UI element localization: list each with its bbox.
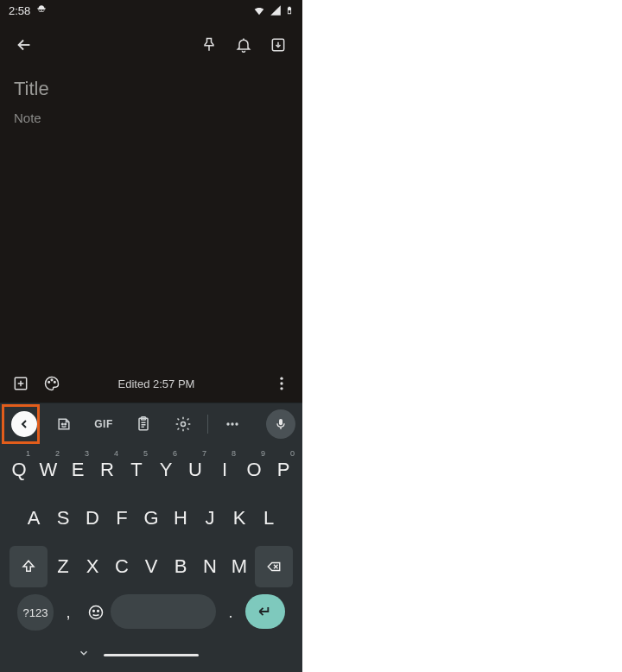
period-key[interactable]: . (218, 594, 244, 631)
svg-point-14 (231, 422, 233, 425)
letter-key-b[interactable]: B (167, 546, 194, 587)
phone-frame: 2:58 (0, 0, 302, 672)
backspace-key[interactable] (255, 546, 293, 587)
letter-key-v[interactable]: V (137, 546, 165, 587)
status-bar: 2:58 (0, 0, 302, 21)
body-input[interactable] (14, 111, 289, 125)
letter-key-s[interactable]: S (49, 498, 77, 539)
toolbar-divider (207, 415, 208, 434)
letter-key-q[interactable]: Q1 (5, 449, 33, 491)
svg-point-13 (226, 422, 229, 425)
more-options-button[interactable] (266, 368, 297, 399)
letter-key-t[interactable]: T5 (123, 449, 150, 491)
keyboard-collapse-button[interactable] (5, 405, 43, 443)
note-editor (0, 69, 302, 365)
letter-key-o[interactable]: O9 (240, 449, 268, 491)
battery-icon (285, 3, 294, 17)
back-button[interactable] (7, 28, 41, 62)
letter-key-d[interactable]: D (79, 498, 106, 539)
archive-button[interactable] (261, 28, 295, 62)
letter-key-z[interactable]: Z (49, 546, 77, 587)
letter-key-a[interactable]: A (20, 498, 48, 539)
sticker-button[interactable] (45, 405, 83, 443)
signal-icon (270, 4, 282, 16)
letter-key-h[interactable]: H (167, 498, 194, 539)
svg-point-16 (90, 606, 103, 619)
reminder-button[interactable] (226, 28, 261, 62)
home-gesture-pill[interactable] (104, 654, 199, 656)
letter-key-e[interactable]: E3 (64, 449, 92, 491)
letter-key-i[interactable]: I8 (211, 449, 238, 491)
enter-key[interactable] (245, 594, 285, 629)
comma-key[interactable]: , (55, 594, 81, 631)
space-key[interactable] (111, 594, 216, 629)
letter-key-r[interactable]: R4 (93, 449, 121, 491)
keyboard-toolbar: GIF (0, 403, 302, 444)
svg-point-15 (235, 422, 238, 425)
nav-keyboard-hide-icon[interactable] (78, 647, 90, 662)
status-right (252, 3, 294, 17)
status-left: 2:58 (9, 3, 48, 18)
letter-key-p[interactable]: P0 (270, 449, 297, 491)
incognito-icon (35, 3, 48, 18)
svg-point-7 (280, 387, 282, 390)
letter-key-x[interactable]: X (79, 546, 106, 587)
svg-point-5 (280, 377, 282, 380)
keyboard-rows: Q1W2E3R4T5Y6U7I8O9P0 ASDFGHJKL ZXCVBNM ?… (0, 444, 302, 637)
title-input[interactable] (14, 78, 289, 100)
svg-point-18 (98, 611, 99, 612)
letter-key-j[interactable]: J (196, 498, 224, 539)
settings-button[interactable] (164, 405, 202, 443)
letter-key-c[interactable]: C (108, 546, 136, 587)
svg-point-6 (280, 382, 282, 384)
gif-button[interactable]: GIF (85, 405, 123, 443)
status-time: 2:58 (9, 4, 30, 17)
letter-key-w[interactable]: W2 (35, 449, 62, 491)
letter-key-l[interactable]: L (255, 498, 282, 539)
letter-key-f[interactable]: F (108, 498, 136, 539)
symbols-key[interactable]: ?123 (17, 594, 54, 631)
app-toolbar (0, 21, 302, 69)
wifi-icon (252, 4, 266, 16)
letter-key-y[interactable]: Y6 (152, 449, 180, 491)
emoji-key[interactable] (83, 594, 109, 631)
mic-button[interactable] (266, 409, 295, 439)
letter-key-m[interactable]: M (225, 546, 253, 587)
keyboard-row-3: ZXCVBNM (3, 546, 300, 587)
bottom-app-bar: Edited 2:57 PM (0, 365, 302, 403)
svg-point-12 (181, 422, 186, 426)
svg-point-9 (65, 423, 67, 425)
system-navbar (0, 637, 302, 672)
letter-key-n[interactable]: N (196, 546, 224, 587)
onscreen-keyboard: GIF Q1W2E3R4T5Y6U7I8O9P0 ASDFGHJKL (0, 403, 302, 672)
edited-timestamp: Edited 2:57 PM (47, 377, 266, 390)
letter-key-k[interactable]: K (225, 498, 253, 539)
keyboard-row-4: ?123 , . (3, 594, 300, 632)
shift-key[interactable] (10, 546, 48, 587)
toolbar-more-button[interactable] (213, 405, 251, 443)
keyboard-row-2: ASDFGHJKL (3, 498, 300, 539)
svg-point-17 (93, 611, 95, 612)
letter-key-g[interactable]: G (137, 498, 165, 539)
add-box-button[interactable] (5, 368, 36, 399)
letter-key-u[interactable]: U7 (181, 449, 209, 491)
svg-point-8 (62, 423, 64, 425)
clipboard-button[interactable] (124, 405, 162, 443)
keyboard-row-1: Q1W2E3R4T5Y6U7I8O9P0 (3, 449, 300, 491)
pin-button[interactable] (192, 28, 226, 62)
